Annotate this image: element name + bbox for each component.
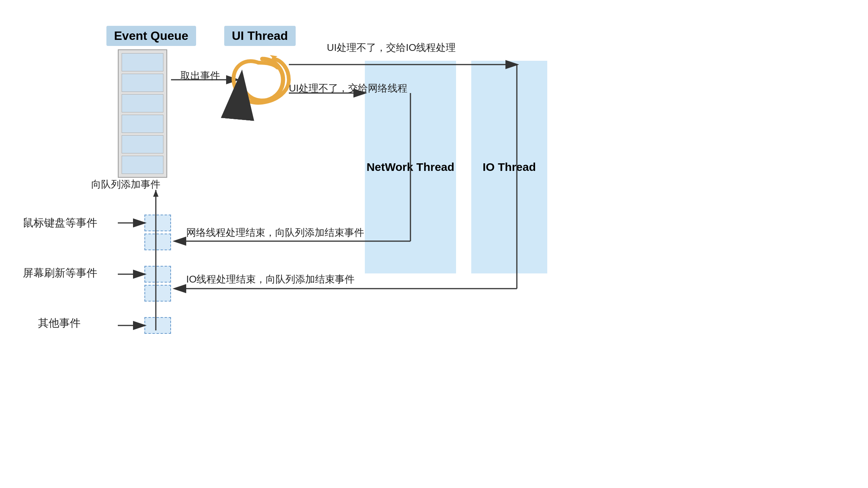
event-queue-header: Event Queue (106, 26, 196, 46)
other-events-label: 其他事件 (38, 316, 81, 330)
queue-item-6 (122, 156, 163, 174)
io-done-label: IO线程处理结束，向队列添加结束事件 (186, 273, 355, 286)
ui-thread-header: UI Thread (224, 26, 296, 46)
queue-item-5 (122, 135, 163, 153)
network-return-event-box (144, 234, 171, 250)
queue-item-1 (122, 53, 163, 71)
take-event-label: 取出事件 (181, 69, 220, 82)
ui-to-io-label: UI处理不了，交给IO线程处理 (327, 41, 456, 54)
queue-item-2 (122, 74, 163, 92)
other-event-box (144, 317, 171, 334)
event-queue-container (118, 49, 167, 178)
screen-event-box (144, 266, 171, 283)
queue-item-4 (122, 115, 163, 133)
ui-to-network-label: UI处理不了，交给网络线程 (289, 82, 407, 95)
io-thread-box: IO Thread (471, 61, 547, 273)
diagram-container: Event Queue UI Thread NetWork Thread IO … (0, 0, 868, 488)
queue-item-3 (122, 94, 163, 112)
io-return-event-box (144, 285, 171, 302)
screen-refresh-label: 屏幕刷新等事件 (23, 266, 97, 280)
network-done-label: 网络线程处理结束，向队列添加结束事件 (186, 226, 364, 239)
mouse-event-box (144, 215, 171, 231)
add-event-label: 向队列添加事件 (91, 178, 160, 191)
mouse-keyboard-label: 鼠标键盘等事件 (23, 216, 97, 230)
